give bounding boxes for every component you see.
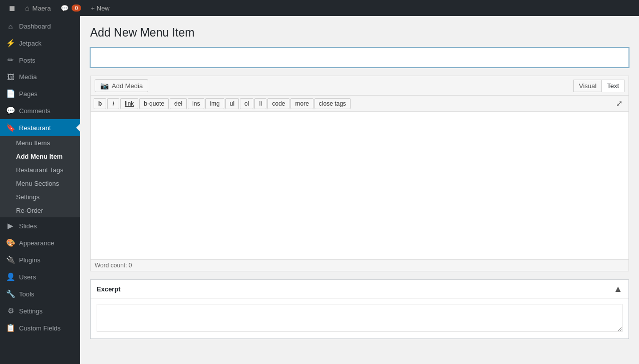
sidebar-item-label: Pages bbox=[19, 90, 38, 98]
posts-icon: ✏ bbox=[6, 56, 15, 65]
site-name-label: Maera bbox=[33, 5, 51, 12]
comments-sidebar-icon: 💬 bbox=[6, 106, 15, 115]
ol-button[interactable]: ol bbox=[240, 98, 253, 109]
excerpt-title: Excerpt bbox=[97, 285, 121, 293]
excerpt-meta-box-header[interactable]: Excerpt ▲ bbox=[91, 280, 628, 299]
sidebar-item-jetpack[interactable]: ⚡ Jetpack bbox=[0, 35, 80, 52]
editor-toolbar-top: 📷 Add Media Visual Text bbox=[91, 76, 628, 96]
plugins-icon: 🔌 bbox=[6, 255, 15, 264]
sidebar-item-label: Appearance bbox=[19, 239, 54, 247]
ul-button[interactable]: ul bbox=[225, 98, 239, 109]
expand-button[interactable]: ⤢ bbox=[613, 98, 625, 109]
del-button[interactable]: del bbox=[170, 98, 187, 109]
users-icon: 👤 bbox=[6, 272, 15, 281]
editor-footer: Word count: 0 bbox=[91, 259, 628, 271]
appearance-icon: 🎨 bbox=[6, 238, 15, 247]
excerpt-toggle-icon[interactable]: ▲ bbox=[613, 284, 622, 294]
code-button[interactable]: code bbox=[267, 98, 289, 109]
sidebar-item-label: Tools bbox=[19, 290, 34, 298]
sidebar-item-custom-fields[interactable]: 📋 Custom Fields bbox=[0, 319, 80, 336]
add-media-button[interactable]: 📷 Add Media bbox=[95, 79, 148, 92]
new-content-button[interactable]: + New bbox=[86, 0, 115, 16]
tab-text[interactable]: Text bbox=[601, 80, 624, 92]
submenu-item-add-menu-item[interactable]: Add Menu Item bbox=[0, 150, 80, 163]
main-content: Add New Menu Item 📷 Add Media Visual Tex… bbox=[80, 16, 639, 364]
tab-visual[interactable]: Visual bbox=[573, 80, 601, 92]
more-button[interactable]: more bbox=[290, 98, 313, 109]
sidebar-item-label: Settings bbox=[19, 307, 43, 315]
comments-count: 0 bbox=[72, 5, 81, 12]
comments-icon: 💬 bbox=[61, 5, 69, 12]
sidebar-item-label: Comments bbox=[19, 107, 51, 115]
sidebar-item-posts[interactable]: ✏ Posts bbox=[0, 52, 80, 69]
sidebar-item-slides[interactable]: ▶ Slides bbox=[0, 217, 80, 234]
submenu-item-menu-sections[interactable]: Menu Sections bbox=[0, 177, 80, 190]
sidebar-item-media[interactable]: 🖼 Media bbox=[0, 69, 80, 85]
comments-button[interactable]: 💬 0 bbox=[56, 0, 86, 16]
sidebar-item-dashboard[interactable]: ⌂ Dashboard bbox=[0, 18, 80, 35]
editor-wrap: 📷 Add Media Visual Text b i link b-quote bbox=[90, 76, 629, 271]
word-count-label: Word count: 0 bbox=[95, 262, 132, 269]
sidebar-item-users[interactable]: 👤 Users bbox=[0, 268, 80, 285]
restaurant-icon: 🔖 bbox=[6, 123, 15, 132]
slides-icon: ▶ bbox=[6, 221, 15, 230]
sidebar: ⌂ Dashboard ⚡ Jetpack ✏ Posts 🖼 Media 📄 … bbox=[0, 16, 80, 364]
sidebar-item-label: Posts bbox=[19, 57, 36, 64]
visual-text-tabs: Visual Text bbox=[573, 80, 624, 92]
add-media-icon: 📷 bbox=[100, 82, 109, 90]
page-title: Add New Menu Item bbox=[90, 26, 629, 40]
custom-fields-icon: 📋 bbox=[6, 323, 15, 332]
sidebar-item-comments[interactable]: 💬 Comments bbox=[0, 102, 80, 119]
sidebar-item-label: Dashboard bbox=[19, 23, 51, 30]
sidebar-item-label: Jetpack bbox=[19, 40, 42, 47]
sidebar-item-plugins[interactable]: 🔌 Plugins bbox=[0, 251, 80, 268]
admin-bar: ■ ⌂ Maera 💬 0 + New bbox=[0, 0, 639, 16]
wp-logo-icon: ■ bbox=[9, 3, 15, 14]
blockquote-button[interactable]: b-quote bbox=[139, 98, 169, 109]
editor-body[interactable] bbox=[91, 112, 628, 259]
sidebar-item-label: Restaurant bbox=[19, 124, 51, 132]
title-input[interactable] bbox=[90, 48, 629, 68]
italic-button[interactable]: i bbox=[107, 98, 119, 109]
li-button[interactable]: li bbox=[254, 98, 266, 109]
sidebar-item-restaurant[interactable]: 🔖 Restaurant bbox=[0, 119, 80, 136]
settings-icon: ⚙ bbox=[6, 306, 15, 315]
submenu-item-settings[interactable]: Settings bbox=[0, 190, 80, 204]
site-name-button[interactable]: ⌂ Maera bbox=[20, 0, 56, 16]
pages-icon: 📄 bbox=[6, 89, 15, 98]
jetpack-icon: ⚡ bbox=[6, 39, 15, 48]
excerpt-textarea[interactable] bbox=[97, 304, 622, 332]
tools-icon: 🔧 bbox=[6, 289, 15, 298]
active-arrow bbox=[76, 124, 80, 132]
add-media-label: Add Media bbox=[112, 82, 143, 90]
dashboard-icon: ⌂ bbox=[6, 22, 15, 31]
sidebar-item-label: Users bbox=[19, 273, 36, 281]
restaurant-submenu: Menu Items Add Menu Item Restaurant Tags… bbox=[0, 136, 80, 217]
media-icon: 🖼 bbox=[6, 73, 15, 81]
ins-button[interactable]: ins bbox=[188, 98, 204, 109]
wp-logo-button[interactable]: ■ bbox=[4, 0, 20, 16]
submenu-item-restaurant-tags[interactable]: Restaurant Tags bbox=[0, 163, 80, 177]
bold-button[interactable]: b bbox=[94, 98, 106, 109]
sidebar-section-main: ⌂ Dashboard ⚡ Jetpack ✏ Posts 🖼 Media 📄 … bbox=[0, 16, 80, 338]
editor-formatting-bar: b i link b-quote del ins img ul ol li co… bbox=[91, 96, 628, 112]
sidebar-item-pages[interactable]: 📄 Pages bbox=[0, 85, 80, 102]
sidebar-item-label: Media bbox=[19, 73, 37, 81]
excerpt-meta-box-body bbox=[91, 299, 628, 338]
sidebar-item-label: Custom Fields bbox=[19, 324, 61, 332]
sidebar-item-tools[interactable]: 🔧 Tools bbox=[0, 285, 80, 302]
sidebar-item-label: Slides bbox=[19, 222, 37, 230]
home-icon: ⌂ bbox=[25, 4, 29, 12]
submenu-item-menu-items[interactable]: Menu Items bbox=[0, 136, 80, 150]
img-button[interactable]: img bbox=[205, 98, 224, 109]
new-label: + New bbox=[91, 5, 110, 12]
excerpt-meta-box: Excerpt ▲ bbox=[90, 279, 629, 339]
sidebar-item-settings[interactable]: ⚙ Settings bbox=[0, 302, 80, 319]
close-tags-button[interactable]: close tags bbox=[314, 98, 351, 109]
submenu-item-re-order[interactable]: Re-Order bbox=[0, 204, 80, 217]
link-button[interactable]: link bbox=[120, 98, 138, 109]
sidebar-item-label: Plugins bbox=[19, 256, 41, 264]
sidebar-item-appearance[interactable]: 🎨 Appearance bbox=[0, 234, 80, 251]
